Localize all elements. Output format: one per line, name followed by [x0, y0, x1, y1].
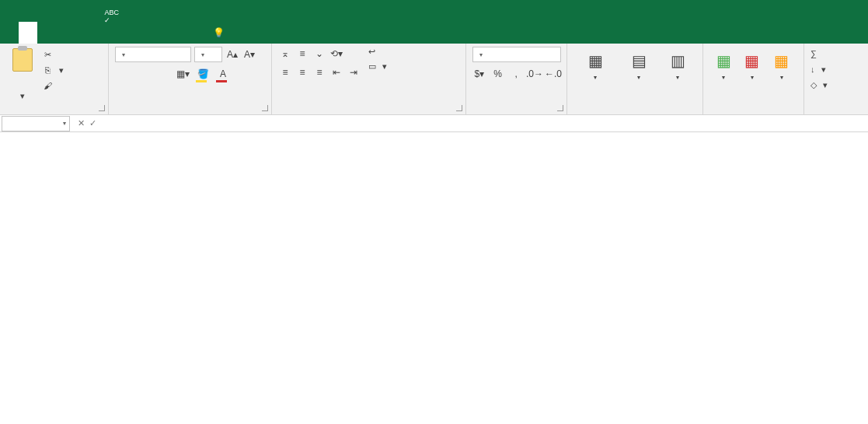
align-right-icon[interactable]: ≡ [312, 65, 326, 79]
tab-home[interactable] [19, 22, 37, 44]
number-dialog-launcher[interactable] [557, 105, 563, 111]
undo-icon[interactable] [24, 0, 41, 15]
title-bar: ABC✓ [0, 0, 868, 22]
align-middle-icon[interactable]: ≡ [295, 47, 309, 61]
format-as-table-button[interactable]: ▤ ▾ [617, 47, 661, 103]
fill-down-icon: ↓ [810, 65, 815, 74]
tab-insert[interactable] [56, 22, 75, 44]
brush-icon: 🖌 [42, 80, 53, 91]
insert-cells-icon: ▦ [713, 50, 734, 72]
format-cells-button[interactable]: ▦ ▾ [766, 47, 797, 103]
clear-button[interactable]: ◇ ▾ [810, 78, 862, 92]
insert-cells-button[interactable]: ▦ ▾ [709, 47, 737, 103]
eraser-icon: ◇ [810, 80, 817, 90]
format-painter-button[interactable]: 🖌 [42, 78, 64, 93]
font-name-combo[interactable]: ▾ [115, 47, 191, 62]
merge-icon: ▭ [368, 61, 376, 72]
font-dialog-launcher[interactable] [262, 105, 268, 111]
group-number: ▾ $▾ % , .0→ ←.0 [466, 44, 567, 114]
autosum-button[interactable]: ∑ [810, 47, 862, 61]
align-top-icon[interactable]: ⌅ [278, 47, 292, 61]
name-box-arrow-icon: ▾ [63, 120, 66, 127]
increase-decimal-icon[interactable]: .0→ [528, 67, 542, 81]
conditional-formatting-button[interactable]: ▦ ▾ [573, 47, 617, 103]
decrease-indent-icon[interactable]: ⇤ [329, 65, 343, 79]
merge-center-button[interactable]: ▭ ▾ [368, 61, 387, 72]
fill-button[interactable]: ↓ ▾ [810, 62, 862, 76]
enter-formula-icon[interactable]: ✓ [89, 118, 96, 128]
delete-cells-icon: ▦ [741, 50, 763, 72]
align-bottom-icon[interactable]: ⌄ [312, 47, 326, 61]
cell-styles-button[interactable]: ▥ ▾ [661, 47, 695, 103]
sigma-icon: ∑ [810, 49, 817, 58]
accounting-format-icon[interactable]: $▾ [472, 67, 486, 81]
align-left-icon[interactable]: ≡ [278, 65, 292, 79]
cancel-formula-icon[interactable]: ✕ [78, 118, 85, 128]
underline-button[interactable] [155, 67, 169, 81]
speech-icon[interactable] [83, 0, 100, 15]
name-box[interactable]: ▾ [2, 116, 70, 131]
format-cells-icon: ▦ [771, 50, 793, 72]
tab-file[interactable] [0, 22, 19, 44]
wrap-text-button[interactable]: ↩ [368, 47, 387, 57]
quick-access-toolbar: ABC✓ [5, 0, 140, 25]
paste-icon [12, 48, 33, 72]
tab-view[interactable] [149, 22, 168, 44]
ribbon: ▾ ✂ ⎘ ▾ 🖌 ▾ ▾ A▴ A▾ ▦▾ 🪣 A [0, 44, 868, 115]
copy-button[interactable]: ⎘ ▾ [42, 62, 64, 78]
fill-color-button[interactable]: 🪣 [196, 67, 210, 81]
redo-icon[interactable] [44, 0, 61, 15]
cell-styles-icon: ▥ [667, 50, 688, 72]
qat-customize-icon[interactable] [123, 0, 140, 15]
tab-wps-pdf[interactable] [186, 22, 205, 44]
group-alignment: ⌅ ≡ ⌄ ⟲▾ ≡ ≡ ≡ ⇤ ⇥ ↩ ▭ ▾ [272, 44, 466, 114]
comma-format-icon[interactable]: , [509, 67, 523, 81]
conditional-formatting-icon: ▦ [584, 50, 606, 72]
copy-icon: ⎘ [42, 65, 53, 75]
wrap-icon: ↩ [368, 47, 375, 57]
decrease-decimal-icon[interactable]: ←.0 [546, 67, 560, 81]
tab-formulas[interactable] [93, 22, 112, 44]
font-size-combo[interactable]: ▾ [194, 47, 222, 62]
tab-help[interactable] [168, 22, 186, 44]
alignment-dialog-launcher[interactable] [456, 105, 462, 111]
group-editing: ∑ ↓ ▾ ◇ ▾ [804, 44, 868, 114]
bold-button[interactable] [115, 67, 129, 81]
ribbon-tabs: 💡 [0, 22, 868, 44]
group-styles: ▦ ▾ ▤ ▾ ▥ ▾ [567, 44, 703, 114]
formula-bar: ▾ ✕ ✓ [0, 115, 868, 132]
tab-data[interactable] [112, 22, 131, 44]
tab-page-layout[interactable] [75, 22, 93, 44]
increase-indent-icon[interactable]: ⇥ [347, 65, 361, 79]
align-center-icon[interactable]: ≡ [295, 65, 309, 79]
save-icon[interactable] [5, 0, 22, 15]
font-color-button[interactable]: A [216, 67, 230, 81]
percent-format-icon[interactable]: % [491, 67, 505, 81]
scissors-icon: ✂ [42, 49, 53, 60]
tell-me[interactable]: 💡 [205, 22, 237, 44]
tab-review[interactable] [131, 22, 149, 44]
lightbulb-icon: 💡 [213, 27, 225, 38]
group-cells: ▦ ▾ ▦ ▾ ▦ ▾ [703, 44, 804, 114]
number-format-combo[interactable]: ▾ [472, 47, 561, 62]
group-clipboard: ▾ ✂ ⎘ ▾ 🖌 [0, 44, 109, 114]
tab-newtab[interactable] [37, 22, 56, 44]
format-table-icon: ▤ [628, 50, 650, 72]
decrease-font-icon[interactable]: A▾ [242, 47, 256, 61]
delete-cells-button[interactable]: ▦ ▾ [737, 47, 765, 103]
paste-button[interactable]: ▾ [6, 47, 39, 101]
orientation-icon[interactable]: ⟲▾ [329, 47, 343, 61]
borders-button[interactable]: ▦▾ [176, 67, 190, 81]
clipboard-dialog-launcher[interactable] [99, 105, 105, 111]
increase-font-icon[interactable]: A▴ [225, 47, 239, 61]
italic-button[interactable] [135, 67, 149, 81]
cut-button[interactable]: ✂ [42, 47, 64, 62]
group-font: ▾ ▾ A▴ A▾ ▦▾ 🪣 A [109, 44, 272, 114]
monitor-icon[interactable] [64, 0, 81, 15]
